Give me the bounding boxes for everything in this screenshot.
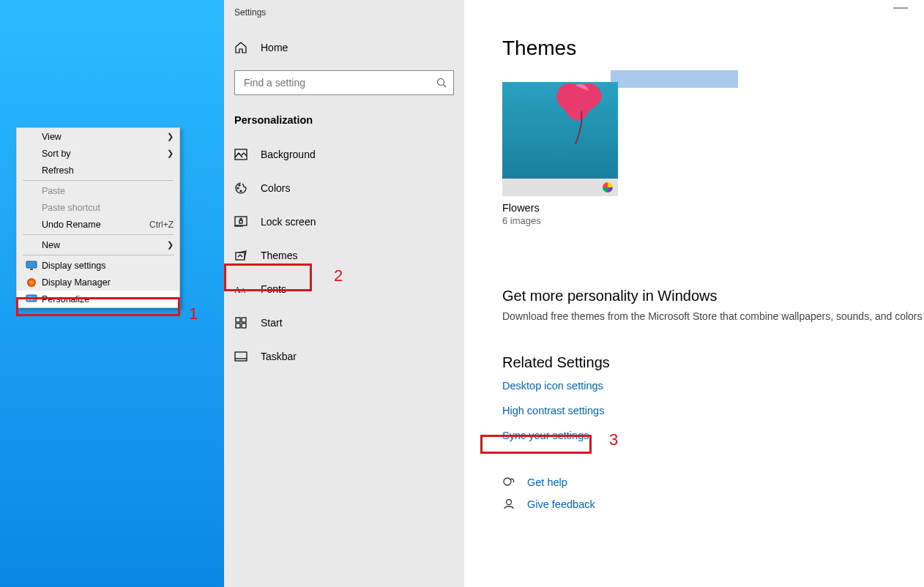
- svg-line-5: [444, 85, 447, 88]
- themes-icon: [234, 249, 247, 262]
- annotation-number-1: 1: [189, 304, 198, 324]
- nav-label: Taskbar: [261, 351, 297, 362]
- settings-main: Themes Flowers 6 images Get more persona…: [483, 0, 924, 587]
- svg-text:A: A: [241, 287, 246, 294]
- chevron-right-icon: ❯: [167, 132, 174, 141]
- taskbar-icon: [234, 350, 247, 363]
- theme-name: Flowers: [502, 202, 618, 214]
- ctx-label: Display Manager: [42, 277, 174, 288]
- separator: [23, 180, 174, 181]
- palette-icon: [234, 182, 247, 195]
- ctx-label: Display settings: [42, 261, 174, 271]
- monitor-icon: [24, 260, 39, 272]
- nav-label: Start: [261, 317, 283, 329]
- nav-label: Background: [261, 149, 316, 160]
- separator: [23, 255, 174, 255]
- ctx-undo-rename[interactable]: Undo Rename Ctrl+Z: [17, 216, 179, 233]
- ctx-label: Paste: [42, 186, 174, 196]
- lock-screen-icon: [234, 215, 247, 228]
- nav-label: Lock screen: [261, 216, 316, 228]
- svg-text:A: A: [234, 285, 241, 295]
- color-swatch-icon: [602, 182, 614, 193]
- personalize-icon: [24, 294, 39, 305]
- desktop-context-menu: View ❯ Sort by ❯ Refresh Paste Paste sho…: [16, 127, 180, 308]
- svg-point-24: [507, 500, 512, 505]
- ctx-label: Refresh: [42, 165, 174, 176]
- theme-card[interactable]: Flowers 6 images: [502, 82, 618, 226]
- nav-colors[interactable]: Colors: [224, 173, 464, 203]
- svg-rect-0: [26, 261, 37, 268]
- ctx-shortcut: Ctrl+Z: [149, 220, 174, 230]
- flower-image: [546, 82, 612, 155]
- ctx-label: Sort by: [42, 149, 167, 159]
- start-icon: [234, 316, 247, 329]
- more-text: Download free themes from the Microsoft …: [502, 310, 924, 322]
- svg-point-4: [438, 79, 444, 86]
- link-desktop-icon-settings[interactable]: Desktop icon settings: [502, 380, 603, 392]
- svg-point-9: [240, 190, 242, 192]
- nav-label: Home: [261, 42, 288, 53]
- svg-point-7: [237, 187, 239, 189]
- link-sync-settings[interactable]: Sync your settings: [502, 430, 589, 441]
- annotation-number-3: 3: [609, 430, 618, 449]
- ctx-personalize[interactable]: Personalize: [17, 291, 179, 307]
- ctx-display-settings[interactable]: Display settings: [17, 257, 179, 274]
- nav-themes[interactable]: Themes: [224, 240, 464, 271]
- ctx-view[interactable]: View ❯: [17, 128, 179, 145]
- search-input[interactable]: [234, 70, 454, 95]
- fonts-icon: AA: [234, 283, 247, 296]
- link-give-feedback[interactable]: Give feedback: [527, 498, 595, 510]
- ctx-label: New: [42, 240, 167, 250]
- chevron-right-icon: ❯: [167, 149, 174, 158]
- svg-point-8: [239, 184, 240, 186]
- link-get-help[interactable]: Get help: [527, 476, 567, 488]
- separator: [23, 234, 174, 235]
- nav-background[interactable]: Background: [224, 139, 464, 170]
- chevron-right-icon: ❯: [167, 240, 174, 250]
- svg-rect-1: [30, 269, 33, 270]
- nav-label: Fonts: [261, 283, 286, 295]
- nav-home[interactable]: Home: [224, 31, 464, 64]
- svg-rect-16: [236, 318, 240, 322]
- ctx-label: Undo Rename: [42, 220, 149, 230]
- feedback-icon: [502, 497, 517, 512]
- svg-point-23: [504, 478, 511, 485]
- get-help-row[interactable]: Get help: [502, 475, 924, 490]
- selection-highlight: [611, 70, 738, 88]
- window-title: Settings: [224, 3, 464, 31]
- nav-lockscreen[interactable]: Lock screen: [224, 206, 464, 237]
- give-feedback-row[interactable]: Give feedback: [502, 497, 924, 512]
- nav-fonts[interactable]: AA Fonts: [224, 274, 464, 304]
- more-heading: Get more personality in Windows: [502, 288, 924, 304]
- nav-label: Colors: [261, 182, 290, 194]
- link-high-contrast-settings[interactable]: High contrast settings: [502, 405, 604, 416]
- svg-rect-18: [236, 324, 240, 328]
- related-heading: Related Settings: [502, 354, 924, 371]
- theme-thumbnail[interactable]: [502, 82, 618, 196]
- help-icon: [502, 475, 517, 490]
- ctx-label: Personalize: [42, 294, 174, 304]
- page-title: Themes: [502, 37, 924, 60]
- nav-label: Themes: [261, 250, 298, 261]
- theme-subtitle: 6 images: [502, 215, 618, 226]
- nav-taskbar[interactable]: Taskbar: [224, 341, 464, 372]
- search-icon: [436, 78, 447, 88]
- ctx-paste: Paste: [17, 182, 179, 199]
- settings-sidebar: Settings Home Personalization Background: [224, 0, 464, 587]
- orb-icon: [24, 277, 39, 288]
- ctx-sort-by[interactable]: Sort by ❯: [17, 145, 179, 162]
- ctx-label: Paste shortcut: [42, 203, 174, 213]
- svg-rect-19: [242, 324, 246, 328]
- search-wrap: [234, 70, 454, 95]
- ctx-label: View: [42, 132, 167, 142]
- nav-start[interactable]: Start: [224, 307, 464, 338]
- ctx-display-manager[interactable]: Display Manager: [17, 274, 179, 291]
- svg-rect-11: [239, 220, 242, 223]
- svg-point-2: [27, 278, 36, 287]
- ctx-refresh[interactable]: Refresh: [17, 162, 179, 179]
- ctx-paste-shortcut: Paste shortcut: [17, 199, 179, 216]
- svg-rect-17: [242, 318, 246, 322]
- ctx-new[interactable]: New ❯: [17, 236, 179, 253]
- svg-rect-20: [235, 352, 247, 361]
- home-icon: [234, 41, 247, 54]
